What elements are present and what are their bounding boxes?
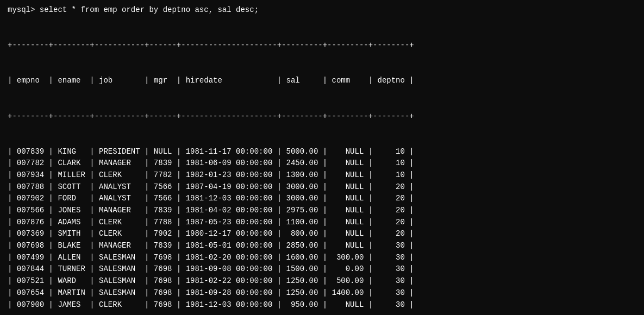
table-header: | empno | ename | job | mgr | hiredate |…: [8, 75, 636, 87]
table-row: | 007788 | SCOTT | ANALYST | 7566 | 1987…: [8, 181, 636, 193]
table-row: | 007876 | ADAMS | CLERK | 7788 | 1987-0…: [8, 217, 636, 229]
table-row: | 007844 | TURNER | SALESMAN | 7698 | 19…: [8, 263, 636, 275]
table-row: | 007499 | ALLEN | SALESMAN | 7698 | 198…: [8, 252, 636, 264]
table-row: | 007369 | SMITH | CLERK | 7902 | 1980-1…: [8, 228, 636, 240]
separator-mid: +--------+--------+-----------+------+--…: [8, 111, 636, 123]
table-row: | 007521 | WARD | SALESMAN | 7698 | 1981…: [8, 275, 636, 287]
terminal-window: mysql> select * from emp order by deptno…: [0, 0, 644, 315]
sql-command: mysql> select * from emp order by deptno…: [8, 5, 636, 14]
table-row: | 007654 | MARTIN | SALESMAN | 7698 | 19…: [8, 287, 636, 299]
table-row: | 007900 | JAMES | CLERK | 7698 | 1981-1…: [8, 299, 636, 311]
separator-top: +--------+--------+-----------+------+--…: [8, 40, 636, 52]
table-row: | 007902 | FORD | ANALYST | 7566 | 1981-…: [8, 193, 636, 205]
table-row: | 007934 | MILLER | CLERK | 7782 | 1982-…: [8, 169, 636, 181]
table-row: | 007782 | CLARK | MANAGER | 7839 | 1981…: [8, 158, 636, 169]
table-body: | 007839 | KING | PRESIDENT | NULL | 198…: [8, 146, 636, 311]
table-row: | 007566 | JONES | MANAGER | 7839 | 1981…: [8, 205, 636, 217]
table-row: | 007839 | KING | PRESIDENT | NULL | 198…: [8, 146, 636, 158]
sql-table: +--------+--------+-----------+------+--…: [8, 16, 636, 315]
table-row: | 007698 | BLAKE | MANAGER | 7839 | 1981…: [8, 240, 636, 252]
